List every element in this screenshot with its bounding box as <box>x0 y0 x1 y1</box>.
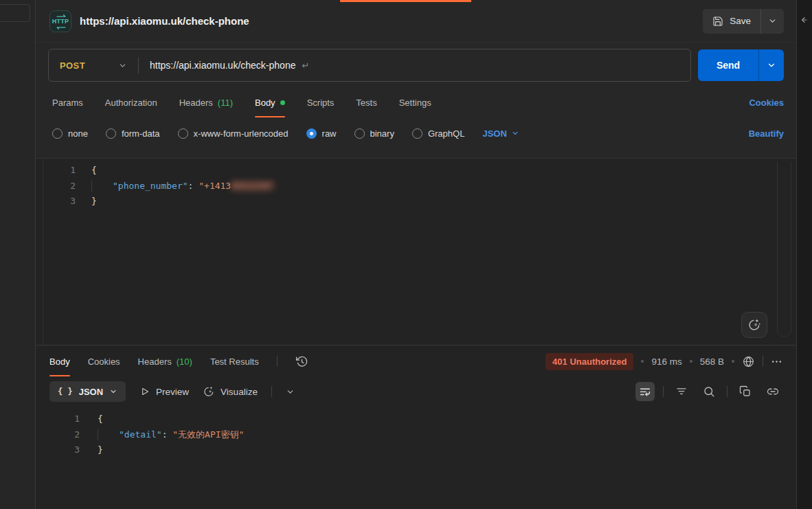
radio-binary[interactable]: binary <box>354 128 394 139</box>
view-options-button[interactable] <box>286 387 295 396</box>
request-body-editor[interactable]: 1 { 2 "phone_number": "+14135551234" 3 } <box>36 158 796 345</box>
line-number: 3 <box>36 194 76 210</box>
tab-headers[interactable]: Headers (11) <box>179 87 233 118</box>
response-history-button[interactable] <box>295 355 308 368</box>
cookies-link[interactable]: Cookies <box>749 98 784 108</box>
beautify-link[interactable]: Beautify <box>749 128 784 139</box>
arrow-left-icon <box>799 15 809 25</box>
tab-label: Body <box>255 98 275 108</box>
radio-label: binary <box>370 128 394 139</box>
response-panel: Body Cookies Headers (10) Test Results <box>36 345 796 509</box>
globe-icon <box>742 355 755 368</box>
headers-count: (11) <box>218 98 233 108</box>
json-key: "phone_number" <box>113 181 188 191</box>
visualize-button[interactable]: Visualize <box>203 385 258 398</box>
tab-settings[interactable]: Settings <box>399 87 431 118</box>
radio-circle <box>52 128 63 139</box>
tab-label: Cookies <box>88 357 120 367</box>
response-size[interactable]: 568 B <box>700 357 724 367</box>
json-colon: : <box>162 429 173 440</box>
response-tabs-row: Body Cookies Headers (10) Test Results <box>36 346 796 377</box>
chevron-down-icon <box>286 387 295 396</box>
method-selector[interactable]: POST <box>49 60 138 71</box>
code-line: 3 } <box>36 442 796 458</box>
separator-dot <box>690 360 692 363</box>
filter-icon <box>675 385 688 398</box>
url-input[interactable]: https://api.xiaomu.uk/check-phone ↵ <box>139 60 690 71</box>
filter-button[interactable] <box>672 382 691 401</box>
save-options-button[interactable] <box>760 9 784 34</box>
tab-params[interactable]: Params <box>52 87 83 118</box>
response-tab-body[interactable]: Body <box>49 346 70 377</box>
copy-icon <box>739 385 752 398</box>
radio-label: form-data <box>122 128 160 139</box>
request-url-row: POST https://api.xiaomu.uk/check-phone ↵… <box>36 43 796 87</box>
chevron-down-icon <box>511 129 519 137</box>
tab-scripts[interactable]: Scripts <box>307 87 335 118</box>
response-body-editor[interactable]: 1 { 2 "detail": "无效的API密钥" 3 } <box>36 406 796 509</box>
history-clock-icon <box>295 355 308 368</box>
code-text: { <box>98 411 103 427</box>
chevron-down-icon <box>768 16 777 25</box>
search-button[interactable] <box>699 382 719 401</box>
wrap-text-button[interactable] <box>635 382 655 401</box>
line-number: 2 <box>36 427 80 443</box>
save-button-label: Save <box>730 16 751 26</box>
tab-label: Scripts <box>307 98 335 108</box>
response-toolbar: { } JSON Preview <box>36 377 796 406</box>
radio-raw[interactable]: raw <box>306 128 337 139</box>
response-tab-test-results[interactable]: Test Results <box>210 346 259 377</box>
json-value-visible: "+1413 <box>199 181 231 191</box>
response-time[interactable]: 916 ms <box>651 357 681 367</box>
radio-circle <box>412 128 422 139</box>
ellipsis-icon <box>771 356 782 367</box>
visualize-sparkle-icon <box>203 385 215 398</box>
sidebar-collapsed-item[interactable] <box>0 4 30 22</box>
body-modified-dot <box>280 100 285 105</box>
radio-none[interactable]: none <box>52 128 88 139</box>
status-badge[interactable]: 401 Unauthorized <box>545 353 633 370</box>
radio-label: GraphQL <box>428 128 464 139</box>
postbot-button[interactable] <box>741 312 767 338</box>
save-icon <box>712 16 723 27</box>
network-info-button[interactable] <box>742 355 755 368</box>
code-text: { <box>91 163 97 179</box>
language-selector[interactable]: JSON <box>482 128 519 139</box>
divider <box>763 356 763 367</box>
copy-response-button[interactable] <box>736 382 755 401</box>
left-sidebar <box>0 0 36 509</box>
radio-graphql[interactable]: GraphQL <box>412 128 464 139</box>
response-format-selector[interactable]: { } JSON <box>49 381 126 402</box>
tab-body[interactable]: Body <box>255 87 285 118</box>
active-tab-indicator <box>340 0 471 2</box>
radio-form-data[interactable]: form-data <box>106 128 160 139</box>
radio-label: x-www-form-urlencoded <box>194 128 289 139</box>
radio-x-www-form-urlencoded[interactable]: x-www-form-urlencoded <box>178 128 289 139</box>
send-options-button[interactable] <box>758 49 784 81</box>
share-link-button[interactable] <box>763 382 782 401</box>
radio-circle <box>354 128 365 139</box>
send-button[interactable]: Send <box>698 49 758 81</box>
preview-label: Preview <box>156 387 189 397</box>
save-button[interactable]: Save <box>703 9 760 34</box>
radio-circle <box>306 128 317 139</box>
tab-label: Body <box>49 357 70 367</box>
code-line: 2 "phone_number": "+14135551234" <box>36 179 796 194</box>
radio-label: none <box>68 128 88 139</box>
tab-authorization[interactable]: Authorization <box>105 87 157 118</box>
code-line: 1 { <box>36 163 796 179</box>
tab-label: Settings <box>399 98 431 108</box>
line-number: 1 <box>36 163 76 179</box>
code-line: 2 "detail": "无效的API密钥" <box>36 427 796 443</box>
chevron-down-icon <box>109 387 117 396</box>
return-key-glyph: ↵ <box>302 60 309 71</box>
preview-button[interactable]: Preview <box>139 386 189 397</box>
tab-tests[interactable]: Tests <box>356 87 376 118</box>
response-more-options-button[interactable] <box>771 356 782 367</box>
collapse-panel-button[interactable] <box>799 15 809 25</box>
code-text: "detail": "无效的API密钥" <box>98 427 244 443</box>
line-number: 3 <box>36 442 80 458</box>
response-tab-cookies[interactable]: Cookies <box>88 346 120 377</box>
tab-label: Params <box>52 98 83 108</box>
response-tab-headers[interactable]: Headers (10) <box>138 346 192 377</box>
